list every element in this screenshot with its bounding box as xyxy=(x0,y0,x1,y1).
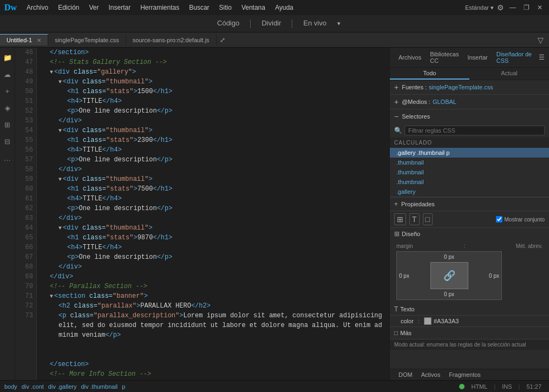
code-line: <h1 class="stats">2300</h1> xyxy=(41,135,385,145)
text-prop-icon[interactable]: T xyxy=(409,213,420,225)
layout-icon[interactable]: ⊞ xyxy=(394,213,406,225)
files-icon[interactable]: 📁 xyxy=(2,52,14,63)
more-icon[interactable]: … xyxy=(2,153,12,164)
filter-bar: 🔍 xyxy=(390,123,549,138)
fold-arrow[interactable]: ▼ xyxy=(58,128,62,134)
code-line: <h4>TITLE</h4> xyxy=(41,96,385,106)
css-icon[interactable]: ◈ xyxy=(3,102,12,114)
medios-plus-icon[interactable]: + xyxy=(394,97,398,106)
minimize-button[interactable]: — xyxy=(507,4,518,11)
right-panel-scroll[interactable]: Todo Actual + Fuentes : singlePageTempla… xyxy=(390,68,549,369)
menu-buscar[interactable]: Buscar xyxy=(185,2,213,14)
medios-section: + @Medios : GLOBAL xyxy=(390,95,549,109)
filter-tab-todo[interactable]: Todo xyxy=(390,68,469,80)
close-untitled-icon[interactable]: ✕ xyxy=(37,37,41,43)
file-tab-js[interactable]: source-sans-pro:n2:default.js xyxy=(126,34,217,45)
code-line: </div> xyxy=(41,272,385,282)
color-swatch[interactable] xyxy=(424,317,432,325)
tab-codigo[interactable]: Código xyxy=(208,16,248,31)
panel-options-icon[interactable]: ☰ xyxy=(539,54,545,61)
menu-ver[interactable]: Ver xyxy=(84,2,103,14)
app-logo: Dw xyxy=(4,3,17,12)
show-all-checkbox[interactable] xyxy=(496,216,502,223)
file-tab-css[interactable]: singlePageTemplate.css xyxy=(48,34,126,45)
fold-arrow[interactable]: ▼ xyxy=(58,225,62,231)
selectores-minus-icon[interactable]: − xyxy=(394,112,398,121)
breadcrumb-body[interactable]: body xyxy=(4,383,17,390)
code-lines: 46 47 48 49 50 51 52 53 54 55 56 57 58 5… xyxy=(15,48,389,380)
border-icon[interactable]: □ xyxy=(423,213,433,225)
encoding-label: INS xyxy=(499,383,515,390)
tab-envivo[interactable]: En vivo xyxy=(295,16,335,31)
menu-ayuda[interactable]: Ayuda xyxy=(271,2,298,14)
code-editor[interactable]: 46 47 48 49 50 51 52 53 54 55 56 57 58 5… xyxy=(15,48,389,380)
file-tab-untitled[interactable]: Untitled-1 ✕ xyxy=(0,34,48,45)
text-section: T Texto xyxy=(390,303,549,316)
breadcrumb-div-gallery[interactable]: div .gallery xyxy=(48,383,77,390)
margin-right: 0 px xyxy=(489,273,499,279)
selector-item[interactable]: .thumbnail xyxy=(390,177,549,187)
file-type-label: HTML xyxy=(468,383,491,390)
fold-arrow[interactable]: ▼ xyxy=(58,177,62,182)
gear-icon[interactable]: ⚙ xyxy=(497,3,504,12)
menu-sitio[interactable]: Sitio xyxy=(215,2,236,14)
medios-header[interactable]: + @Medios : GLOBAL xyxy=(390,95,549,109)
menu-edicion[interactable]: Edición xyxy=(54,2,83,14)
maximize-button[interactable]: ❐ xyxy=(521,4,532,11)
cc-icon[interactable]: ☁ xyxy=(2,69,12,80)
breadcrumb-div-thumbnail[interactable]: div .thumbnail xyxy=(81,383,117,390)
statusbar-right: HTML | INS | 51:27 xyxy=(459,383,545,390)
medios-label: @Medios : xyxy=(402,99,430,105)
breadcrumb-div-cont[interactable]: div .cont xyxy=(22,383,44,390)
mas-icon: □ xyxy=(394,329,398,337)
margin-inner-box: 🔗 xyxy=(430,262,468,289)
menu-archivo[interactable]: Archivo xyxy=(22,2,53,14)
code-line: </div> xyxy=(41,165,385,174)
design-section: ⊞ Diseño xyxy=(390,228,549,240)
code-line: <p>One line description</p> xyxy=(41,204,385,213)
menu-herramientas[interactable]: Herramientas xyxy=(136,2,184,14)
tab-dropdown[interactable]: ▾ xyxy=(337,20,341,27)
selector-item[interactable]: .gallery xyxy=(390,187,549,197)
tab-dividir[interactable]: Dividir xyxy=(253,16,290,31)
code-content[interactable]: </section> <!-- Stats Gallery Section --… xyxy=(37,48,389,380)
menu-ventana[interactable]: Ventana xyxy=(237,2,270,14)
dom-icon[interactable]: ⊞ xyxy=(3,119,12,130)
show-all-toggle[interactable]: Mostrar conjunto xyxy=(496,216,545,223)
panel-tab-css-designer[interactable]: Diseñador de CSS xyxy=(492,50,537,65)
text-icon: T xyxy=(394,305,398,313)
fold-arrow[interactable]: ▼ xyxy=(50,293,53,299)
insert-icon[interactable]: + xyxy=(4,86,11,97)
sources-plus-icon[interactable]: + xyxy=(394,83,398,92)
breadcrumb-p[interactable]: p xyxy=(122,383,125,390)
code-line: <h1 class="stats">9870</h1> xyxy=(41,233,385,243)
properties-plus-icon[interactable]: + xyxy=(394,200,398,208)
bottom-tab-fragmentos[interactable]: Fragmentos xyxy=(445,370,485,379)
filter-icon[interactable]: ▽ xyxy=(532,36,549,44)
color-row: color : #A3A3A3 xyxy=(390,316,549,326)
code-line: <!-- Stats Gallery Section --> xyxy=(41,57,385,67)
code-line: ▼<div class="thumbnail"> xyxy=(41,126,385,135)
fold-arrow[interactable]: ▼ xyxy=(50,69,53,75)
expand-icon[interactable]: ⤢ xyxy=(217,36,228,44)
panel-tab-insertar[interactable]: Insertar xyxy=(463,53,492,62)
selector-item[interactable]: .gallery .thumbnail p xyxy=(390,148,549,158)
design-icon: ⊞ xyxy=(394,230,400,238)
color-label: color xyxy=(401,318,414,324)
bottom-tab-dom[interactable]: DOM xyxy=(394,370,417,379)
fold-arrow[interactable]: ▼ xyxy=(58,79,62,85)
panel-tab-bibliotecas[interactable]: Bibliotecas CC xyxy=(426,50,463,65)
selectores-header[interactable]: − Selectores xyxy=(390,109,549,123)
properties-label: Propiedades xyxy=(401,201,435,207)
menu-insertar[interactable]: Insertar xyxy=(104,2,135,14)
filter-tab-actual[interactable]: Actual xyxy=(469,68,549,80)
selector-item[interactable]: .thumbnail xyxy=(390,158,549,167)
snippets-icon[interactable]: ⊟ xyxy=(3,136,12,147)
sources-header[interactable]: + Fuentes : singlePageTemplate.css xyxy=(390,80,549,94)
close-button[interactable]: ✕ xyxy=(535,4,545,11)
css-filter-input[interactable] xyxy=(404,126,545,135)
bottom-tab-activos[interactable]: Activos xyxy=(417,370,445,379)
selector-item[interactable]: .thumbnail xyxy=(390,167,549,177)
properties-header: + Propiedades xyxy=(390,197,549,211)
panel-tab-archivos[interactable]: Archivos xyxy=(394,53,426,62)
